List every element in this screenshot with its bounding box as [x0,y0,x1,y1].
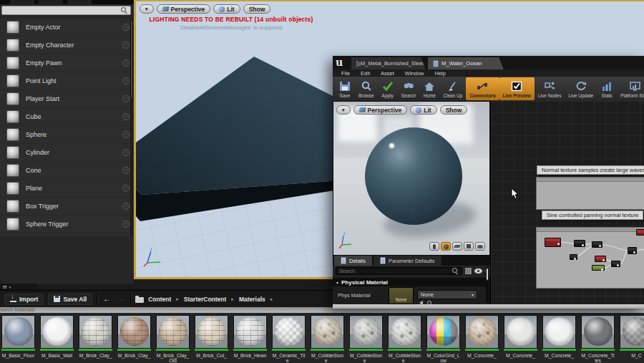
details-scrollbar[interactable] [486,267,489,303]
save-button[interactable]: Save [335,77,355,100]
asset-tile-m-c[interactable]: M_C [620,315,644,363]
preview-shape-plane-button[interactable] [452,242,462,251]
tab-m-water-ocean[interactable]: M_Water_Ocean [428,57,504,69]
home-button[interactable]: Home [419,77,439,100]
connectors-button[interactable]: Connectors [466,77,499,100]
place-actors-search[interactable] [1,6,131,15]
viewport-perspective-button[interactable]: Perspective [157,4,211,14]
material-node-graph[interactable]: Normal texture samples create large wave… [490,101,644,304]
asset-tile-m-cobblestone-[interactable]: M_CobbleStone_ [311,315,344,363]
help-icon: ? [122,113,130,120]
place-actors-item-sphere[interactable]: Sphere? [0,126,134,144]
asset-tile-m-brick-cut-[interactable]: M_Brick_Cut_ [195,315,228,363]
visibility-filter-icon[interactable] [474,268,482,274]
scrollbar-thumb[interactable] [130,20,133,99]
preview-shape-cube-button[interactable] [464,242,474,251]
asset-tile-m-basic-floor[interactable]: M_Basic_Floor [1,315,35,363]
category-tab[interactable] [67,0,92,4]
asset-tile-m-cobblestone-[interactable]: M_CobbleStone_ [388,315,421,363]
breadcrumb-item-content[interactable]: Content [148,296,171,303]
live-update-button[interactable]: Live Update [565,77,597,100]
tab-m-metal-burnished-steel[interactable]: M_Metal_Burnished_Steel [351,57,426,69]
breadcrumb-item-startercontent[interactable]: StarterContent [184,296,227,303]
preview-options-dropdown[interactable]: ▾ [336,105,351,115]
forward-button[interactable]: → [116,295,126,303]
details-search-box[interactable] [336,267,462,275]
menu-edit[interactable]: Edit [361,70,370,77]
preview-shape-cylinder-button[interactable] [429,242,439,251]
asset-tile-m-brick-clay-[interactable]: M_Brick_Clay_ [79,315,112,363]
asset-tile-m-basic-wall[interactable]: M_Basic_Wall [40,315,74,363]
place-actors-item-empty-character[interactable]: Empty Character? [0,37,134,54]
place-actors-item-box-trigger[interactable]: Box Trigger? [0,198,134,216]
place-actors-item-plane[interactable]: Plane? [0,180,134,198]
asset-tile-m-concrete-[interactable]: M_Concrete_ [542,315,576,363]
preview-viewport-toolbar: ▾ Perspective Lit Show [336,105,467,115]
viewport-lit-button[interactable]: Lit [213,4,240,14]
section-title: Physical Material [341,279,388,286]
search-button[interactable]: Search [398,77,420,100]
stats-button[interactable]: Stats [597,77,617,100]
viewport-options-dropdown[interactable]: ▾ [140,4,154,14]
material-editor-titlebar[interactable]: u M_Metal_Burnished_Steel M_Water_Ocean [333,56,644,69]
place-actors-item-cone[interactable]: Cone? [0,162,134,180]
phys-material-dropdown[interactable]: None ▾ [417,290,477,299]
viewport-show-button[interactable]: Show [243,4,271,14]
material-preview-viewport[interactable]: ▾ Perspective Lit Show z [333,101,490,256]
save-all-button[interactable]: Save All [48,294,92,305]
asset-thumbnail [40,315,74,349]
asset-tile-m-ceramic-tile-[interactable]: M_Ceramic_Tile_ [272,315,306,363]
clean-up-button[interactable]: Clean Up [439,77,466,100]
details-search-input[interactable] [336,268,452,274]
phys-material-thumbnail[interactable]: None [389,287,414,304]
asset-tile-m-brick-hewn-[interactable]: M_Brick_Hewn_ [233,315,267,363]
asset-tile-m-brick-clay-[interactable]: M_Brick_Clay_ [117,315,151,363]
live-nodes-button[interactable]: Live Nodes [535,77,565,100]
asset-tile-m-colorgrid-low[interactable]: M_ColorGrid_Low [426,315,460,363]
help-icon: ? [122,167,130,174]
browse-button[interactable]: Browse [355,77,378,100]
place-actors-scrollbar[interactable] [130,19,133,236]
place-actors-search-input[interactable] [2,7,121,14]
breadcrumb-item-materials[interactable]: Materials [239,296,265,303]
tab-parameter-defaults[interactable]: Parameter Defaults [374,256,441,266]
grid-view-icon[interactable] [465,268,472,274]
platform-stats-button[interactable]: Platform Stats [617,77,644,100]
category-tab[interactable] [10,0,34,4]
place-actors-item-cube[interactable]: Cube? [0,108,134,126]
asset-tile-m-cobblestone-[interactable]: M_CobbleStone_ [349,315,383,363]
asset-tile-m-concrete-[interactable]: M_Concrete_ [504,315,537,363]
menu-window[interactable]: Window [405,70,424,77]
asset-tile-m-concrete-[interactable]: M_Concrete_ [465,315,499,363]
menu-help[interactable]: Help [434,70,445,77]
breadcrumb-separator-icon: ▸ [270,296,273,302]
preview-shape-teapot-button[interactable] [475,242,485,251]
asset-thumbnail [426,315,460,349]
preview-perspective-button[interactable]: Perspective [353,105,408,115]
apply-button[interactable]: Apply [378,77,398,100]
place-actors-item-empty-actor[interactable]: Empty Actor? [0,19,134,37]
scrollbar-thumb[interactable] [486,268,489,281]
content-browser-tab-remnant[interactable]: er ▾ [0,284,37,290]
asset-tile-m-brick-clay-old[interactable]: M_Brick_Clay_Old [156,315,190,363]
material-sphere [275,317,303,346]
preview-shape-sphere-button[interactable] [441,242,451,251]
preview-lit-button[interactable]: Lit [410,105,436,115]
details-tabs: Details Parameter Defaults [333,256,490,266]
place-actors-item-player-start[interactable]: Player Start? [0,90,134,108]
back-button[interactable]: ← [102,295,112,303]
place-actors-item-point-light[interactable]: Point Light? [0,72,134,90]
preview-show-button[interactable]: Show [440,105,468,115]
tab-details[interactable]: Details [334,256,372,266]
asset-name: M_CobbleStone_ [311,353,344,363]
category-tab[interactable] [39,0,63,4]
live-preview-button[interactable]: Live Preview [499,77,535,100]
place-actors-item-cylinder[interactable]: Cylinder? [0,144,134,162]
place-actors-item-sphere-trigger[interactable]: Sphere Trigger? [0,216,134,233]
menu-file[interactable]: File [341,70,350,77]
physical-material-section-header[interactable]: ▾ Physical Material [333,278,486,286]
place-actors-item-empty-pawn[interactable]: Empty Pawn? [0,54,134,72]
menu-asset[interactable]: Asset [381,70,394,77]
asset-tile-m-concrete-tiles[interactable]: M_Concrete_Tiles [581,315,615,363]
import-button[interactable]: Import [4,294,44,305]
